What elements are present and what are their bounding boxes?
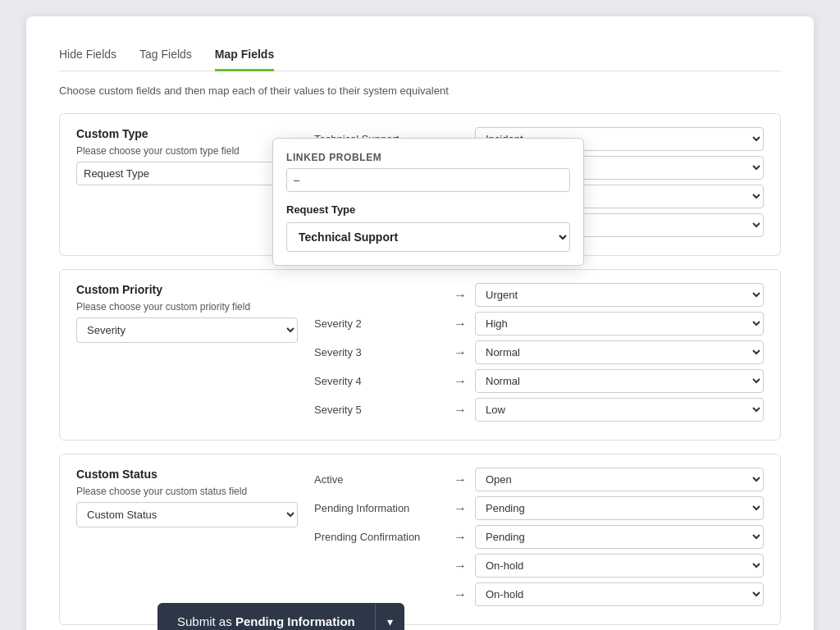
custom-type-label: Please choose your custom type field	[76, 145, 298, 157]
priority-row-5-target[interactable]: UrgentHighNormalLow	[475, 398, 764, 422]
popup-linked-input[interactable]	[286, 168, 570, 192]
priority-row-3: Severity 3 → UrgentHighNormalLow	[314, 340, 764, 364]
popup-request-type-title: Request Type	[286, 203, 570, 216]
tab-hide-fields[interactable]: Hide Fields	[59, 41, 116, 71]
tabs-bar: Hide Fields Tag Fields Map Fields	[59, 41, 781, 71]
arrow-priority-5: →	[454, 403, 467, 418]
status-row-5-target[interactable]: OpenPendingOn-holdSolved	[475, 582, 764, 606]
popup-request-type-select[interactable]: Technical Support General Inquiry Billin…	[286, 222, 570, 252]
custom-status-left: Custom Status Please choose your custom …	[76, 468, 298, 611]
submit-button-label: Submit as Pending Information	[158, 603, 375, 630]
arrow-priority-1: →	[454, 288, 467, 303]
priority-row-4: Severity 4 → UrgentHighNormalLow	[314, 369, 764, 393]
priority-row-2-target[interactable]: UrgentHighNormalLow	[475, 312, 764, 336]
tab-tag-fields[interactable]: Tag Fields	[139, 41, 192, 71]
priority-row-4-source: Severity 4	[314, 375, 445, 387]
custom-priority-section: Custom Priority Please choose your custo…	[59, 269, 781, 441]
arrow-status-2: →	[454, 501, 467, 516]
subtitle-text: Choose custom fields and then map each o…	[59, 84, 781, 97]
custom-type-left: Custom Type Please choose your custom ty…	[76, 127, 298, 242]
custom-status-title: Custom Status	[76, 468, 298, 481]
submit-pre-label: Submit as	[177, 614, 235, 628]
priority-row-urgent-target[interactable]: UrgentHighNormalLow	[475, 283, 764, 307]
priority-row-2-source: Severity 2	[314, 317, 445, 330]
status-row-4-target[interactable]: OpenPendingOn-holdSolved	[475, 554, 764, 578]
status-row-4: → OpenPendingOn-holdSolved	[314, 554, 764, 578]
custom-type-input[interactable]	[76, 162, 298, 185]
status-row-3-source: Prending Confirmation	[314, 531, 445, 543]
status-row-1: Active → OpenPendingOn-holdSolved	[314, 468, 764, 491]
arrow-status-1: →	[454, 472, 467, 487]
arrow-status-5: →	[454, 587, 467, 602]
custom-status-section: Custom Status Please choose your custom …	[59, 454, 781, 625]
arrow-status-3: →	[454, 530, 467, 545]
submit-area: Submit as Pending Information ▾	[158, 603, 404, 630]
custom-type-title: Custom Type	[76, 127, 298, 140]
status-row-3-target[interactable]: OpenPendingOn-holdSolved	[475, 525, 764, 549]
priority-row-urgent: → UrgentHighNormalLow	[314, 283, 764, 307]
dropdown-popup: Linked problem Request Type Technical Su…	[272, 138, 584, 266]
status-row-2-source: Pending Information	[314, 502, 445, 514]
custom-priority-select[interactable]: Severity	[76, 317, 298, 343]
arrow-status-4: →	[454, 559, 467, 573]
arrow-priority-3: →	[454, 345, 467, 360]
status-row-2-target[interactable]: OpenPendingOn-holdSolved	[475, 496, 764, 520]
custom-status-right: Active → OpenPendingOn-holdSolved Pendin…	[314, 468, 764, 611]
arrow-priority-2: →	[454, 317, 467, 331]
custom-priority-left: Custom Priority Please choose your custo…	[76, 283, 298, 427]
status-row-1-target[interactable]: OpenPendingOn-holdSolved	[475, 468, 764, 491]
priority-row-5: Severity 5 → UrgentHighNormalLow	[314, 398, 764, 422]
custom-priority-title: Custom Priority	[76, 283, 298, 296]
popup-linked-title: Linked problem	[286, 152, 570, 163]
arrow-priority-4: →	[454, 374, 467, 389]
status-row-1-source: Active	[314, 473, 445, 486]
custom-priority-right: → UrgentHighNormalLow Severity 2 → Urgen…	[314, 283, 764, 427]
custom-status-select[interactable]: Custom Status	[76, 502, 298, 527]
priority-row-3-source: Severity 3	[314, 346, 445, 358]
tab-map-fields[interactable]: Map Fields	[215, 41, 274, 71]
priority-row-2: Severity 2 → UrgentHighNormalLow	[314, 312, 764, 336]
custom-priority-label: Please choose your custom priority field	[76, 301, 298, 313]
priority-row-3-target[interactable]: UrgentHighNormalLow	[475, 340, 764, 364]
priority-row-5-source: Severity 5	[314, 404, 445, 416]
status-row-3: Prending Confirmation → OpenPendingOn-ho…	[314, 525, 764, 549]
submit-chevron-icon[interactable]: ▾	[375, 604, 404, 631]
priority-row-4-target[interactable]: UrgentHighNormalLow	[475, 369, 764, 393]
status-row-2: Pending Information → OpenPendingOn-hold…	[314, 496, 764, 520]
submit-bold-label: Pending Information	[235, 614, 355, 628]
main-card: Hide Fields Tag Fields Map Fields Choose…	[26, 16, 814, 630]
submit-button[interactable]: Submit as Pending Information ▾	[158, 603, 404, 630]
custom-status-label: Please choose your custom status field	[76, 486, 298, 497]
